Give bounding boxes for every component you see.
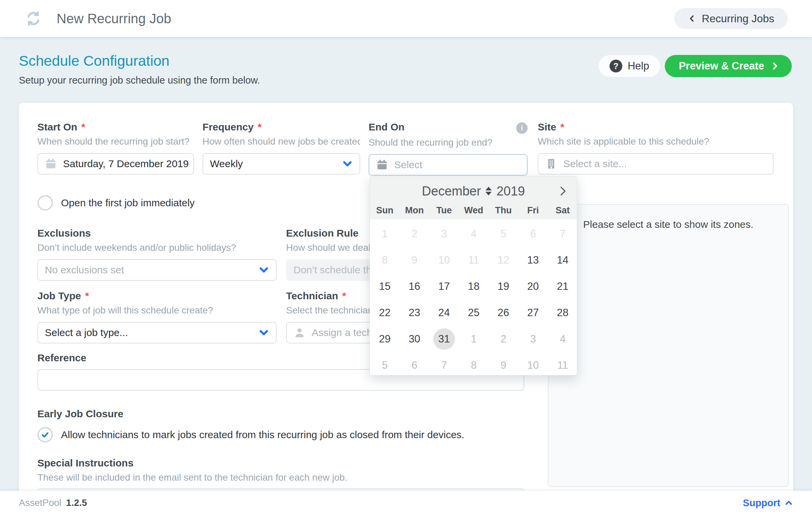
footer-app-version: 1.2.5	[66, 497, 87, 508]
end-on-label: End On	[369, 121, 405, 133]
early-job-closure-checkbox[interactable]	[37, 427, 53, 442]
calendar-grid: 1234567891011121314151617181920212223242…	[370, 220, 577, 375]
weekday-label: Sat	[556, 205, 570, 216]
calendar-day[interactable]: 11	[552, 354, 574, 375]
calendar-day[interactable]: 7	[433, 354, 455, 375]
calendar-day[interactable]: 17	[433, 276, 455, 297]
technician-placeholder: Assign a techn	[312, 327, 378, 338]
job-type-label: Job Type	[37, 290, 81, 302]
preview-create-label: Preview & Create	[679, 60, 764, 72]
calendar-day[interactable]: 28	[552, 302, 574, 323]
calendar-day[interactable]: 18	[463, 276, 485, 297]
exclusion-rule-label: Exclusion Rule	[286, 228, 358, 239]
technician-label: Technician	[286, 290, 338, 302]
calendar-day[interactable]: 29	[374, 328, 396, 350]
help-button-label: Help	[628, 60, 649, 72]
job-type-helper: What type of job will this schedule crea…	[37, 305, 277, 316]
start-on-value: Saturday, 7 December 2019	[63, 158, 189, 170]
calendar-day: 11	[463, 250, 485, 271]
chevron-down-icon	[258, 264, 269, 275]
site-select-input[interactable]: Select a site...	[538, 153, 774, 175]
header-actions: ? Help Preview & Create	[599, 55, 792, 77]
help-button[interactable]: ? Help	[599, 55, 660, 77]
back-button-label: Recurring Jobs	[702, 12, 774, 25]
calendar-day[interactable]: 31	[433, 328, 455, 350]
open-first-job-label: Open the first job immediately	[61, 197, 195, 209]
field-frequency: Frequency * How often should new jobs be…	[203, 121, 360, 176]
calendar-day[interactable]: 5	[374, 354, 396, 375]
required-asterisk: *	[342, 290, 346, 302]
support-link[interactable]: Support	[743, 497, 793, 509]
date-picker-popup: December 2019 SunMonTueWedThuFriSat 1234…	[370, 176, 577, 375]
calendar-day[interactable]: 23	[404, 302, 425, 323]
recurring-sync-icon	[24, 9, 42, 28]
calendar-day: 6	[522, 223, 544, 245]
calendar-day[interactable]: 8	[463, 354, 485, 375]
footer-app-name: AssetPool	[19, 497, 61, 508]
page-header-title: New Recurring Job	[57, 11, 171, 26]
next-month-button[interactable]	[556, 184, 570, 198]
early-job-closure-checkbox-label: Allow technicians to mark jobs created f…	[61, 429, 464, 440]
exclusions-select[interactable]: No exclusions set	[37, 259, 277, 281]
exclusions-helper: Don’t include weekends and/or public hol…	[37, 242, 277, 253]
back-to-recurring-jobs-button[interactable]: Recurring Jobs	[674, 8, 788, 29]
frequency-helper: How often should new jobs be created?	[203, 136, 360, 147]
calendar-day: 3	[433, 223, 455, 245]
end-on-date-input[interactable]: Select	[369, 154, 528, 176]
job-type-select[interactable]: Select a job type...	[37, 322, 277, 343]
start-on-label: Start On	[37, 121, 77, 133]
required-asterisk: *	[85, 290, 89, 302]
preview-create-button[interactable]: Preview & Create	[665, 55, 792, 77]
chevron-up-icon	[784, 498, 793, 507]
weekday-label: Tue	[436, 205, 452, 216]
top-bar: New Recurring Job Recurring Jobs	[0, 0, 812, 37]
calendar-day[interactable]: 9	[493, 354, 514, 375]
calendar-day: 10	[433, 250, 455, 271]
chevron-right-icon	[557, 185, 569, 197]
calendar-day[interactable]: 27	[522, 302, 544, 323]
section-subtitle: Setup your recurring job schedule using …	[19, 75, 260, 86]
calendar-day[interactable]: 21	[552, 276, 574, 297]
exclusions-label: Exclusions	[37, 228, 91, 239]
chevron-left-icon	[688, 14, 696, 23]
frequency-select[interactable]: Weekly	[203, 153, 360, 175]
info-icon[interactable]: i	[516, 122, 528, 134]
calendar-day[interactable]: 26	[493, 302, 514, 323]
calendar-day[interactable]: 30	[404, 328, 425, 350]
end-on-helper: Should the recurring job end?	[369, 137, 528, 148]
month-spinner-icon[interactable]	[486, 187, 492, 196]
start-on-date-input[interactable]: Saturday, 7 December 2019	[37, 153, 194, 175]
calendar-day[interactable]: 16	[404, 276, 425, 297]
calendar-month-label: December	[422, 184, 481, 199]
chevron-down-icon	[258, 327, 269, 338]
calendar-day: 5	[493, 223, 514, 245]
footer-bar: AssetPool 1.2.5 Support	[0, 491, 812, 515]
calendar-day[interactable]: 20	[522, 276, 544, 297]
calendar-day[interactable]: 13	[522, 250, 544, 271]
building-icon	[545, 158, 557, 170]
exclusions-value: No exclusions set	[45, 264, 124, 276]
support-label: Support	[743, 497, 780, 509]
schedule-form-card: Start On * When should the recurring job…	[19, 103, 793, 515]
calendar-day[interactable]: 15	[374, 276, 396, 297]
calendar-day[interactable]: 25	[463, 302, 485, 323]
calendar-icon	[45, 158, 57, 170]
open-first-job-radio[interactable]	[37, 195, 53, 211]
calendar-day[interactable]: 2	[493, 328, 514, 350]
calendar-day[interactable]: 6	[404, 354, 425, 375]
calendar-day: 8	[374, 250, 396, 271]
chevron-down-icon	[342, 159, 353, 169]
calendar-year-label: 2019	[496, 184, 525, 199]
calendar-day[interactable]: 14	[552, 250, 574, 271]
calendar-day[interactable]: 24	[433, 302, 455, 323]
weekday-label: Thu	[495, 205, 512, 216]
field-site: Site * Which site is applicable to this …	[538, 121, 774, 176]
calendar-day[interactable]: 4	[552, 328, 574, 350]
calendar-day[interactable]: 22	[374, 302, 396, 323]
calendar-day[interactable]: 3	[522, 328, 544, 350]
weekday-label: Wed	[464, 205, 484, 216]
calendar-day[interactable]: 19	[493, 276, 514, 297]
calendar-day[interactable]: 10	[522, 354, 544, 375]
calendar-day[interactable]: 1	[463, 328, 485, 350]
site-placeholder: Select a site...	[563, 158, 627, 170]
